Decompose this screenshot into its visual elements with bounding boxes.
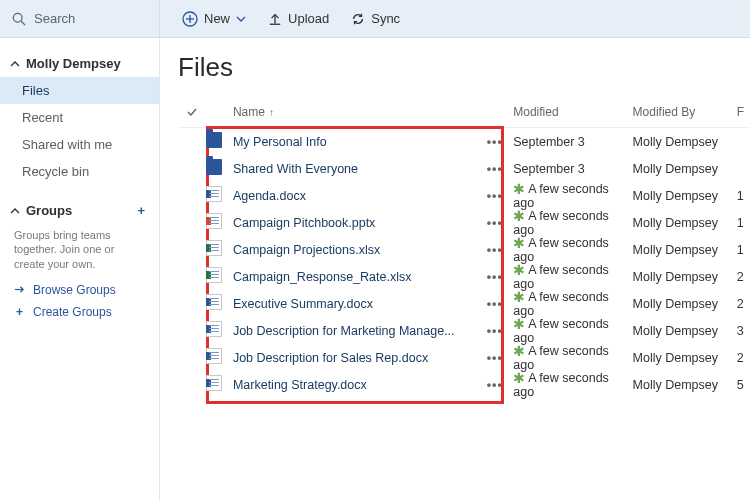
- file-tail: 1: [737, 216, 750, 230]
- file-row[interactable]: Executive Summary.docx•••✱A few seconds …: [178, 290, 750, 317]
- word-file-icon: [206, 348, 222, 364]
- sidebar-user-header[interactable]: Molly Dempsey: [0, 52, 159, 77]
- create-groups-label: Create Groups: [33, 305, 112, 319]
- action-bar: New Upload Sync: [160, 11, 400, 27]
- sidebar-browse-groups[interactable]: Browse Groups: [0, 279, 159, 301]
- file-row[interactable]: Job Description for Sales Rep.docx•••✱A …: [178, 344, 750, 371]
- page-title: Files: [178, 52, 750, 83]
- new-indicator-icon: ✱: [513, 235, 525, 251]
- file-name[interactable]: Executive Summary.docx: [233, 297, 373, 311]
- grid-header: Name ↑ Modified Modified By F: [178, 97, 750, 128]
- new-indicator-icon: ✱: [513, 262, 525, 278]
- more-actions-icon[interactable]: •••: [487, 216, 503, 230]
- sidebar-item-label: Shared with me: [22, 137, 112, 152]
- file-row[interactable]: Shared With Everyone•••September 3Molly …: [178, 155, 750, 182]
- sidebar: Molly Dempsey Files Recent Shared with m…: [0, 38, 160, 500]
- file-tail: 2: [737, 297, 750, 311]
- file-modified: ✱A few seconds ago: [513, 236, 632, 264]
- file-name[interactable]: Campaign_Response_Rate.xlsx: [233, 270, 412, 284]
- more-actions-icon[interactable]: •••: [487, 189, 503, 203]
- sidebar-item-files[interactable]: Files: [0, 77, 159, 104]
- file-tail: 5: [737, 378, 750, 392]
- column-header-name[interactable]: Name ↑: [233, 105, 487, 119]
- file-modified: September 3: [513, 135, 632, 149]
- file-row[interactable]: Agenda.docx•••✱A few seconds agoMolly De…: [178, 182, 750, 209]
- column-header-modified[interactable]: Modified: [513, 105, 632, 119]
- search-placeholder: Search: [34, 11, 75, 26]
- sidebar-item-recycle[interactable]: Recycle bin: [0, 158, 159, 185]
- plus-icon: +: [14, 305, 25, 319]
- more-actions-icon[interactable]: •••: [487, 243, 503, 257]
- more-actions-icon[interactable]: •••: [487, 378, 503, 392]
- file-modified-by: Molly Dempsey: [633, 216, 737, 230]
- more-actions-icon[interactable]: •••: [487, 270, 503, 284]
- file-tail: 1: [737, 243, 750, 257]
- new-indicator-icon: ✱: [513, 181, 525, 197]
- file-row[interactable]: Campaign Pitchbook.pptx•••✱A few seconds…: [178, 209, 750, 236]
- new-label: New: [204, 11, 230, 26]
- file-modified: ✱A few seconds ago: [513, 371, 632, 399]
- file-name[interactable]: Campaign Pitchbook.pptx: [233, 216, 375, 230]
- add-group-icon[interactable]: +: [137, 203, 145, 218]
- file-name[interactable]: Marketing Strategy.docx: [233, 378, 367, 392]
- chevron-up-icon: [10, 59, 20, 69]
- folder-icon: [206, 159, 222, 175]
- sidebar-create-groups[interactable]: + Create Groups: [0, 301, 159, 323]
- check-icon: [186, 106, 198, 118]
- new-indicator-icon: ✱: [513, 316, 525, 332]
- sidebar-item-label: Recent: [22, 110, 63, 125]
- file-modified: ✱A few seconds ago: [513, 263, 632, 291]
- sidebar-item-recent[interactable]: Recent: [0, 104, 159, 131]
- search-box[interactable]: Search: [0, 0, 160, 37]
- file-row[interactable]: Campaign Projections.xlsx•••✱A few secon…: [178, 236, 750, 263]
- sidebar-groups-note: Groups bring teams together. Join one or…: [0, 224, 159, 279]
- column-label: Modified By: [633, 105, 696, 119]
- column-label: Modified: [513, 105, 558, 119]
- more-actions-icon[interactable]: •••: [487, 162, 503, 176]
- search-icon: [12, 12, 26, 26]
- file-modified: ✱A few seconds ago: [513, 182, 632, 210]
- sidebar-user-name: Molly Dempsey: [26, 56, 121, 71]
- upload-label: Upload: [288, 11, 329, 26]
- more-actions-icon[interactable]: •••: [487, 324, 503, 338]
- sync-button[interactable]: Sync: [351, 11, 400, 26]
- file-modified-by: Molly Dempsey: [633, 351, 737, 365]
- file-name[interactable]: Campaign Projections.xlsx: [233, 243, 380, 257]
- folder-icon: [206, 132, 222, 148]
- sidebar-item-shared[interactable]: Shared with me: [0, 131, 159, 158]
- file-row[interactable]: My Personal Info•••September 3Molly Demp…: [178, 128, 750, 155]
- file-modified-by: Molly Dempsey: [633, 324, 737, 338]
- file-name[interactable]: My Personal Info: [233, 135, 327, 149]
- more-actions-icon[interactable]: •••: [487, 351, 503, 365]
- plus-circle-icon: [182, 11, 198, 27]
- file-modified-by: Molly Dempsey: [633, 162, 737, 176]
- sidebar-groups-label: Groups: [26, 203, 72, 218]
- word-file-icon: [206, 321, 222, 337]
- file-modified: September 3: [513, 162, 632, 176]
- file-row[interactable]: Job Description for Marketing Manage...•…: [178, 317, 750, 344]
- file-name[interactable]: Agenda.docx: [233, 189, 306, 203]
- sidebar-groups-header[interactable]: Groups +: [0, 199, 159, 224]
- sidebar-item-label: Files: [22, 83, 49, 98]
- file-row[interactable]: Marketing Strategy.docx•••✱A few seconds…: [178, 371, 750, 398]
- upload-button[interactable]: Upload: [268, 11, 329, 26]
- column-label: F: [737, 105, 744, 119]
- sidebar-item-label: Recycle bin: [22, 164, 89, 179]
- browse-groups-label: Browse Groups: [33, 283, 116, 297]
- file-name[interactable]: Shared With Everyone: [233, 162, 358, 176]
- sync-icon: [351, 12, 365, 26]
- chevron-down-icon: [236, 14, 246, 24]
- more-actions-icon[interactable]: •••: [487, 135, 503, 149]
- file-name[interactable]: Job Description for Marketing Manage...: [233, 324, 455, 338]
- file-name[interactable]: Job Description for Sales Rep.docx: [233, 351, 428, 365]
- file-modified-by: Molly Dempsey: [633, 378, 737, 392]
- column-header-modified-by[interactable]: Modified By: [633, 105, 737, 119]
- select-all-checkbox[interactable]: [178, 106, 206, 118]
- column-header-tail[interactable]: F: [737, 105, 750, 119]
- xls-file-icon: [206, 240, 222, 256]
- new-button[interactable]: New: [182, 11, 246, 27]
- file-modified-by: Molly Dempsey: [633, 297, 737, 311]
- file-row[interactable]: Campaign_Response_Rate.xlsx•••✱A few sec…: [178, 263, 750, 290]
- more-actions-icon[interactable]: •••: [487, 297, 503, 311]
- main-panel: Files Name ↑ Modified Modified By F My P…: [160, 38, 750, 500]
